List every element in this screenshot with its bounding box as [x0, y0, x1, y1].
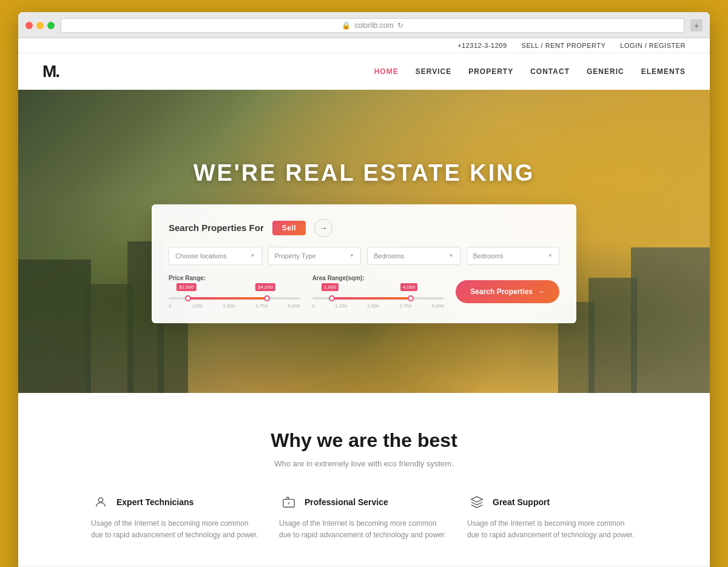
phone-number: +12312-3-1209: [457, 42, 507, 49]
nav-property[interactable]: PROPERTY: [468, 67, 513, 76]
price-ticks: 0 1250 2,500 3,750 5,000: [169, 303, 300, 309]
svg-point-0: [98, 498, 103, 502]
new-tab-button[interactable]: +: [690, 19, 703, 32]
area-range-section: Area Range(sqm): 1,000 4,000 0 1,250 2: [312, 275, 444, 309]
price-tick-2: 2,500: [223, 303, 235, 309]
professional-name: Professional Service: [305, 497, 388, 507]
price-range-label: Price Range:: [169, 275, 300, 281]
sell-button[interactable]: Sell: [272, 221, 306, 235]
feature-expert: Expert Technicians Usage of the Internet…: [91, 492, 261, 541]
area-tick-2: 2,500: [367, 303, 379, 309]
bedrooms-dropdown-2[interactable]: Bedrooms ▼: [467, 247, 560, 265]
minimize-button[interactable]: [36, 22, 44, 29]
top-bar: +12312-3-1209 SELL / RENT PROPERTY LOGIN…: [18, 38, 710, 53]
reload-icon[interactable]: ↻: [397, 21, 403, 30]
why-subtitle: Who are in extremely love with eco frien…: [42, 459, 686, 468]
area-range-fill: [332, 297, 411, 300]
window-controls: [25, 22, 55, 29]
hero-section: WE'RE REAL ESTATE KING Search Properties…: [18, 90, 710, 393]
location-placeholder: Choose locations: [175, 252, 226, 260]
price-range-track[interactable]: $1,000 $4,000: [169, 297, 300, 300]
location-dropdown[interactable]: Choose locations ▼: [169, 247, 262, 265]
support-name: Great Support: [493, 497, 550, 507]
lock-icon: 🔒: [342, 21, 351, 30]
price-tick-1: 1250: [192, 303, 203, 309]
feature-professional: Professional Service Usage of the Intern…: [279, 492, 449, 541]
price-min-handle[interactable]: $1,000: [185, 295, 191, 301]
search-arrow-icon: →: [538, 287, 545, 296]
feature-expert-header: Expert Technicians: [91, 492, 261, 512]
area-min-handle[interactable]: 1,000: [329, 295, 335, 301]
area-tick-4: 5,000: [431, 303, 443, 309]
area-ticks: 0 1,250 2,500 3,750 5,000: [312, 303, 444, 309]
support-icon: [467, 492, 487, 512]
search-title: Search Properties For: [169, 223, 264, 233]
price-tick-3: 3,750: [255, 303, 268, 309]
search-button-label: Search Properties: [470, 287, 533, 296]
nav-home[interactable]: HOME: [374, 67, 399, 76]
area-tick-3: 3,750: [399, 303, 411, 309]
browser-window: 🔒 colorlib.com ↻ + +12312-3-1209 SELL / …: [18, 12, 710, 567]
expert-name: Expert Technicians: [116, 497, 194, 507]
feature-support: Great Support Usage of the Internet is b…: [467, 492, 637, 541]
area-tick-0: 0: [312, 303, 315, 309]
browser-chrome: 🔒 colorlib.com ↻ +: [18, 12, 710, 38]
price-max-badge: $4,000: [255, 283, 275, 291]
bedrooms-chevron-2: ▼: [548, 253, 553, 258]
property-type-dropdown[interactable]: Property Type ▼: [268, 247, 362, 265]
area-range-track[interactable]: 1,000 4,000: [312, 297, 444, 300]
area-range-label: Area Range(sqm):: [312, 275, 444, 281]
bedrooms-placeholder-2: Bedrooms: [473, 252, 504, 260]
professional-icon: [279, 492, 298, 512]
feature-professional-header: Professional Service: [279, 492, 449, 512]
nav-elements[interactable]: ELEMENTS: [641, 67, 686, 76]
price-range-section: Price Range: $1,000 $4,000 0 1250 2,50: [169, 275, 300, 309]
price-range-fill: [188, 297, 267, 300]
hero-title: WE'RE REAL ESTATE KING: [194, 160, 535, 186]
price-min-badge: $1,000: [177, 283, 196, 291]
bedrooms-placeholder-1: Bedrooms: [374, 252, 404, 260]
expert-desc: Usage of the Internet is becoming more c…: [91, 518, 261, 541]
nav-service[interactable]: SERVICE: [416, 67, 451, 76]
url-text: colorlib.com: [354, 21, 393, 30]
close-button[interactable]: [25, 22, 33, 29]
price-tick-0: 0: [169, 303, 171, 309]
location-chevron: ▼: [251, 253, 255, 258]
search-panel: Search Properties For Sell → Choose loca…: [152, 204, 576, 323]
main-nav: M. HOME SERVICE PROPERTY CONTACT GENERIC…: [18, 53, 710, 90]
search-ranges: Price Range: $1,000 $4,000 0 1250 2,50: [169, 275, 559, 309]
features-grid: Expert Technicians Usage of the Internet…: [91, 492, 637, 541]
why-best-section: Why we are the best Who are in extremely…: [18, 393, 710, 565]
area-max-handle[interactable]: 4,000: [408, 295, 414, 301]
feature-support-header: Great Support: [467, 492, 637, 512]
expert-icon: [91, 492, 110, 512]
maximize-button[interactable]: [47, 22, 55, 29]
search-header: Search Properties For Sell →: [169, 219, 559, 237]
area-max-badge: 4,000: [400, 283, 417, 291]
nav-contact[interactable]: CONTACT: [530, 67, 570, 76]
logo[interactable]: M.: [42, 62, 59, 81]
address-bar[interactable]: 🔒 colorlib.com ↻: [61, 18, 684, 33]
search-properties-button[interactable]: Search Properties →: [456, 280, 559, 303]
area-tick-1: 1,250: [335, 303, 347, 309]
search-dropdowns: Choose locations ▼ Property Type ▼ Bedro…: [169, 247, 559, 265]
support-desc: Usage of the Internet is becoming more c…: [467, 518, 637, 541]
nav-generic[interactable]: GENERIC: [587, 67, 624, 76]
price-tick-4: 5,000: [288, 303, 300, 309]
bedrooms-dropdown-1[interactable]: Bedrooms ▼: [367, 247, 460, 265]
price-max-handle[interactable]: $4,000: [264, 295, 270, 301]
professional-desc: Usage of the Internet is becoming more c…: [279, 518, 449, 541]
property-type-placeholder: Property Type: [275, 252, 316, 260]
why-title: Why we are the best: [42, 429, 686, 452]
property-chevron: ▼: [349, 253, 354, 258]
login-register-link[interactable]: LOGIN / REGISTER: [620, 42, 686, 49]
arrow-button[interactable]: →: [314, 219, 332, 237]
area-min-badge: 1,000: [322, 283, 339, 291]
bedrooms-chevron-1: ▼: [449, 253, 454, 258]
sell-rent-link[interactable]: SELL / RENT PROPERTY: [522, 42, 606, 49]
nav-links: HOME SERVICE PROPERTY CONTACT GENERIC EL…: [374, 67, 686, 76]
